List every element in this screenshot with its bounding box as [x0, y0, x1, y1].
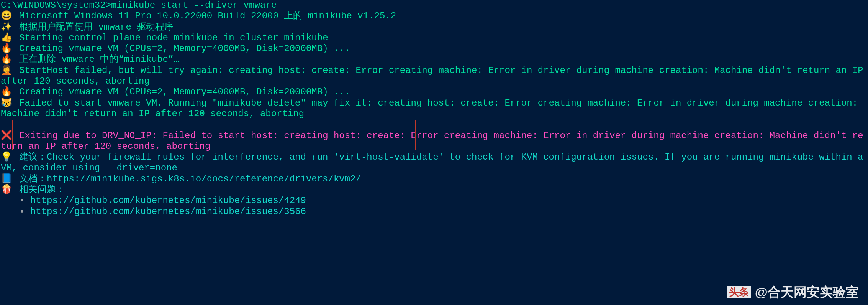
related-issue-line: ▪ https://github.com/kubernetes/minikube…: [1, 195, 868, 206]
line-text: Microsoft Windows 11 Pro 10.0.22000 Buil…: [19, 11, 396, 21]
line-emoji-icon: 🔥: [1, 43, 19, 54]
line-emoji-icon: ✨: [1, 22, 19, 33]
output-line: 🤦StartHost failed, but will try again: c…: [1, 65, 868, 87]
line-emoji-icon: 👍: [1, 33, 19, 43]
line-emoji-icon: 😿: [1, 98, 19, 109]
output-line: 🍿相关问题：: [1, 185, 868, 195]
prompt-command: minikube start --driver vmware: [111, 0, 277, 10]
line-text: 相关问题：: [19, 185, 65, 195]
output-line: 😿Failed to start vmware VM. Running "min…: [1, 98, 868, 120]
bullet-icon: ▪: [19, 195, 30, 206]
watermark: 头条 @合天网安实验室: [727, 286, 859, 298]
prompt-path: C:\WINDOWS\system32>: [1, 0, 111, 10]
line-emoji-icon: 🤦: [1, 65, 19, 76]
line-text: Failed to start vmware VM. Running "mini…: [1, 98, 863, 119]
line-emoji-icon: 🔥: [1, 54, 19, 65]
line-text: StartHost failed, but will try again: cr…: [1, 65, 868, 86]
bullet-icon: ▪: [19, 206, 30, 217]
related-issue-line: ▪ https://github.com/kubernetes/minikube…: [1, 206, 868, 217]
line-emoji-icon: 😄: [1, 11, 19, 21]
line-emoji-icon: 💡: [1, 152, 19, 163]
terminal-output: C:\WINDOWS\system32>minikube start --dri…: [0, 0, 868, 217]
line-text: Creating vmware VM (CPUs=2, Memory=4000M…: [19, 43, 350, 54]
output-line: 🔥Creating vmware VM (CPUs=2, Memory=4000…: [1, 43, 868, 54]
output-line: ✨根据用户配置使用 vmware 驱动程序: [1, 22, 868, 33]
output-line: 👍Starting control plane node minikube in…: [1, 33, 868, 43]
line-text: 文档：https://minikube.sigs.k8s.io/docs/ref…: [19, 174, 361, 184]
line-emoji-icon: ❌: [1, 130, 19, 141]
output-line: 📘文档：https://minikube.sigs.k8s.io/docs/re…: [1, 174, 868, 185]
watermark-text: @合天网安实验室: [755, 287, 859, 297]
line-emoji-icon: 📘: [1, 174, 19, 185]
issue-url: https://github.com/kubernetes/minikube/i…: [30, 206, 306, 217]
output-line: 🔥正在删除 vmware 中的“minikube”…: [1, 54, 868, 65]
prompt-line: C:\WINDOWS\system32>minikube start --dri…: [1, 0, 868, 11]
line-text: 建议：Check your firewall rules for interfe…: [1, 152, 868, 173]
output-line: 💡建议：Check your firewall rules for interf…: [1, 152, 868, 174]
line-text: 正在删除 vmware 中的“minikube”…: [19, 54, 179, 64]
line-text: Creating vmware VM (CPUs=2, Memory=4000M…: [19, 87, 350, 97]
watermark-logo: 头条: [727, 286, 751, 298]
output-line: 😄Microsoft Windows 11 Pro 10.0.22000 Bui…: [1, 11, 868, 21]
output-line: 🔥Creating vmware VM (CPUs=2, Memory=4000…: [1, 87, 868, 97]
line-text: Exiting due to DRV_NO_IP: Failed to star…: [1, 130, 863, 152]
output-line: ❌Exiting due to DRV_NO_IP: Failed to sta…: [1, 130, 868, 152]
line-emoji-icon: 🔥: [1, 87, 19, 97]
issue-url: https://github.com/kubernetes/minikube/i…: [30, 195, 306, 206]
output-line: [1, 119, 868, 130]
line-text: Starting control plane node minikube in …: [19, 33, 328, 43]
line-text: 根据用户配置使用 vmware 驱动程序: [19, 22, 174, 32]
line-emoji-icon: 🍿: [1, 185, 19, 195]
